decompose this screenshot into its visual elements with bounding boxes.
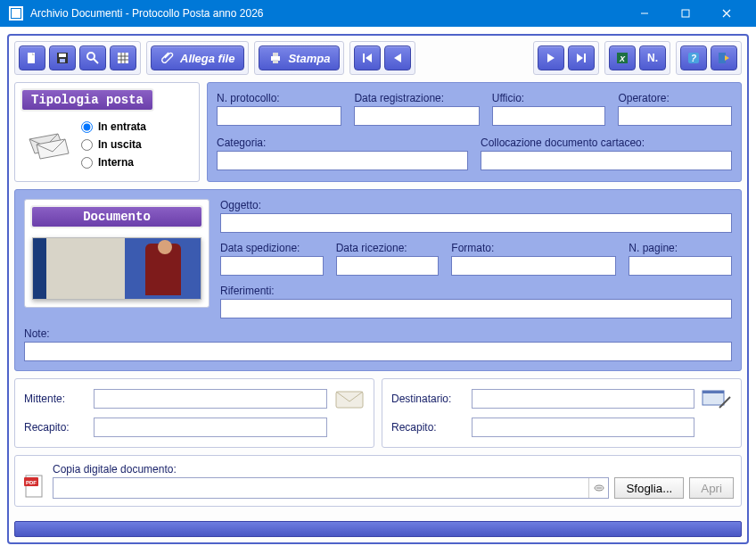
collocazione-field[interactable] bbox=[481, 151, 732, 170]
nav-first-button[interactable] bbox=[354, 45, 381, 70]
main-frame: Allega file Stampa X N. ? bbox=[7, 34, 749, 544]
n-protocollo-field[interactable] bbox=[217, 106, 341, 126]
note-field[interactable] bbox=[24, 342, 732, 361]
destinatario-field[interactable] bbox=[472, 389, 694, 409]
envelope-icon bbox=[24, 127, 72, 162]
categoria-field[interactable] bbox=[217, 151, 468, 170]
mittente-recapito-field[interactable] bbox=[94, 418, 327, 437]
ufficio-label: Ufficio: bbox=[492, 92, 606, 104]
pdf-icon: PDF bbox=[22, 474, 45, 499]
svg-marker-29 bbox=[725, 55, 729, 61]
copia-path-field[interactable] bbox=[53, 478, 588, 498]
copia-label: Copia digitale documento: bbox=[53, 463, 734, 475]
toolbar: Allega file Stampa X N. ? bbox=[14, 41, 742, 75]
n-pagine-field[interactable] bbox=[629, 256, 732, 276]
tipologia-header: Tipologia posta bbox=[21, 88, 154, 112]
app-icon bbox=[9, 6, 23, 21]
mittente-recapito-label: Recapito: bbox=[24, 421, 86, 434]
nav-prev-button[interactable] bbox=[384, 45, 411, 70]
number-button[interactable]: N. bbox=[639, 45, 666, 70]
tipologia-panel: Tipologia posta In entrata In uscita Int… bbox=[14, 82, 200, 182]
grid-button[interactable] bbox=[110, 45, 136, 70]
print-button[interactable]: Stampa bbox=[259, 45, 340, 70]
destinatario-recapito-field[interactable] bbox=[472, 418, 694, 437]
documento-panel: Documento Oggetto: Data spedizione: Data… bbox=[14, 189, 742, 371]
exit-button[interactable] bbox=[711, 45, 737, 70]
paperclip-icon bbox=[160, 51, 175, 65]
destinatario-panel: Destinatario: Recapito: bbox=[382, 378, 742, 448]
mittente-field[interactable] bbox=[94, 389, 327, 409]
copia-digitale-panel: PDF Copia digitale documento: Sfoglia...… bbox=[14, 455, 742, 507]
svg-rect-6 bbox=[59, 54, 66, 57]
svg-rect-16 bbox=[273, 53, 278, 56]
ufficio-field[interactable] bbox=[492, 106, 606, 126]
status-bar bbox=[14, 521, 742, 537]
collocazione-label: Collocazione documento cartaceo: bbox=[481, 136, 732, 149]
svg-rect-17 bbox=[273, 60, 278, 63]
clear-path-icon[interactable] bbox=[588, 478, 608, 498]
svg-text:X: X bbox=[619, 54, 626, 63]
svg-rect-10 bbox=[118, 53, 128, 63]
oggetto-field[interactable] bbox=[220, 213, 732, 233]
data-sped-label: Data spedizione: bbox=[220, 242, 324, 254]
printer-icon bbox=[268, 51, 283, 65]
operatore-label: Operatore: bbox=[618, 92, 732, 104]
new-button[interactable] bbox=[19, 45, 45, 70]
radio-in-uscita[interactable]: In uscita bbox=[81, 138, 146, 151]
documento-header: Documento bbox=[30, 205, 203, 228]
search-button[interactable] bbox=[79, 45, 106, 70]
close-button[interactable] bbox=[706, 0, 747, 27]
mittente-panel: Mittente: Recapito: bbox=[14, 378, 374, 448]
radio-in-entrata[interactable]: In entrata bbox=[81, 120, 146, 133]
data-reg-field[interactable] bbox=[354, 106, 479, 126]
svg-marker-21 bbox=[547, 54, 555, 62]
svg-marker-19 bbox=[366, 54, 372, 62]
svg-rect-18 bbox=[363, 54, 365, 62]
radio-interna[interactable]: Interna bbox=[81, 156, 146, 169]
riferimenti-field[interactable] bbox=[220, 299, 732, 318]
protocollo-panel: N. protocollo: Data registrazione: Uffic… bbox=[207, 82, 742, 182]
mittente-label: Mittente: bbox=[24, 393, 86, 405]
svg-text:?: ? bbox=[691, 54, 696, 63]
formato-field[interactable] bbox=[451, 256, 616, 276]
data-ric-field[interactable] bbox=[336, 256, 440, 276]
note-label: Note: bbox=[24, 327, 732, 340]
svg-rect-1 bbox=[682, 10, 689, 17]
svg-rect-23 bbox=[584, 54, 586, 62]
n-protocollo-label: N. protocollo: bbox=[217, 92, 341, 104]
window-title: Archivio Documenti - Protocollo Posta an… bbox=[30, 7, 624, 20]
svg-point-8 bbox=[87, 53, 94, 60]
n-pagine-label: N. pagine: bbox=[629, 242, 732, 254]
formato-label: Formato: bbox=[451, 242, 616, 254]
destinatario-recapito-label: Recapito: bbox=[391, 421, 464, 434]
apri-button[interactable]: Apri bbox=[689, 477, 734, 499]
mail-icon bbox=[334, 388, 365, 409]
sfoglia-button[interactable]: Sfoglia... bbox=[614, 477, 684, 499]
svg-marker-20 bbox=[394, 54, 401, 62]
minimize-button[interactable] bbox=[624, 0, 665, 27]
operatore-field[interactable] bbox=[618, 106, 732, 126]
svg-rect-34 bbox=[703, 391, 724, 393]
destinatario-label: Destinatario: bbox=[391, 393, 464, 405]
attach-file-button[interactable]: Allega file bbox=[151, 45, 244, 70]
archive-image bbox=[32, 237, 201, 300]
maximize-button[interactable] bbox=[665, 0, 706, 27]
svg-rect-28 bbox=[719, 53, 726, 63]
svg-text:PDF: PDF bbox=[26, 480, 37, 485]
data-reg-label: Data registrazione: bbox=[354, 92, 479, 104]
save-button[interactable] bbox=[49, 45, 76, 70]
excel-export-button[interactable]: X bbox=[609, 45, 636, 70]
nav-last-button[interactable] bbox=[568, 45, 595, 70]
nav-next-button[interactable] bbox=[538, 45, 564, 70]
attach-file-label: Allega file bbox=[180, 52, 234, 65]
oggetto-label: Oggetto: bbox=[220, 199, 732, 211]
help-button[interactable]: ? bbox=[680, 45, 707, 70]
svg-marker-22 bbox=[577, 54, 583, 62]
print-label: Stampa bbox=[288, 52, 330, 65]
svg-line-9 bbox=[94, 59, 98, 63]
mail-write-icon bbox=[702, 388, 732, 409]
data-ric-label: Data ricezione: bbox=[336, 242, 440, 254]
svg-rect-7 bbox=[60, 59, 65, 62]
data-sped-field[interactable] bbox=[220, 256, 324, 276]
categoria-label: Categoria: bbox=[217, 136, 468, 149]
